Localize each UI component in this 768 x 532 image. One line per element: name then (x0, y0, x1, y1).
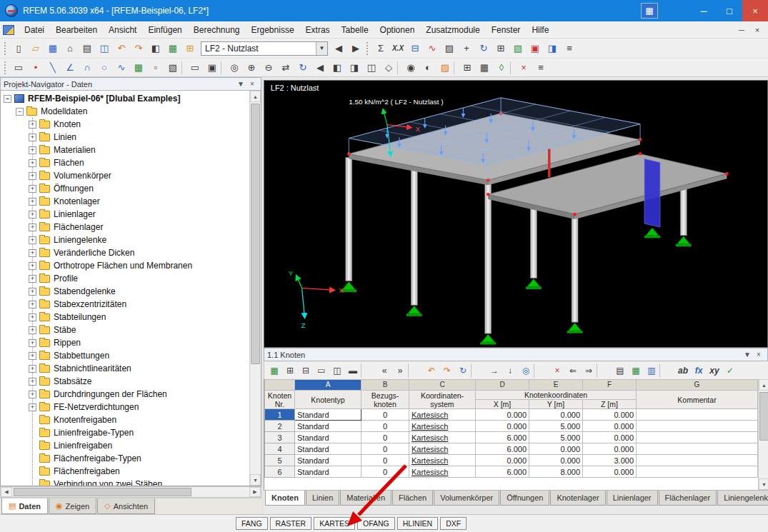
scroll-left-icon[interactable]: ◀ (1, 487, 12, 497)
separator[interactable] (659, 363, 675, 378)
toggle-hlinien[interactable]: HLINIEN (397, 517, 438, 530)
render-icon[interactable]: ▨ (437, 60, 454, 76)
expand-icon[interactable]: + (29, 275, 36, 283)
expand-icon[interactable]: + (29, 391, 36, 398)
koordinatensystem-cell[interactable]: Kartesisch (409, 432, 476, 443)
zoom-out-icon[interactable]: ⊖ (260, 60, 277, 76)
y-cell[interactable]: 0.000 (529, 409, 583, 421)
load-case-select[interactable]: LF2 - Nutzlast ▼ (201, 41, 328, 56)
calculation-icon[interactable]: ⊟ (407, 41, 424, 56)
row-number-cell[interactable]: 3 (265, 432, 295, 443)
formula-icon[interactable]: fx (691, 363, 707, 378)
kommentar-cell[interactable] (637, 455, 758, 466)
kommentar-cell[interactable] (637, 409, 758, 421)
copy-icon[interactable]: ◫ (96, 41, 113, 56)
knotentyp-cell[interactable]: Standard (295, 455, 361, 466)
toggle-raster[interactable]: RASTER (270, 517, 312, 530)
decimal-format-icon[interactable]: X.X (389, 41, 407, 56)
tree-item-modelldaten[interactable]: − Modelldaten (1, 105, 261, 118)
tree-item[interactable]: + Stabendgelenke (1, 285, 261, 298)
expand-icon[interactable]: + (29, 326, 36, 334)
undo-icon[interactable]: ↶ (424, 363, 439, 378)
generate-icon[interactable]: ▧ (509, 41, 527, 56)
expand-icon[interactable]: + (29, 121, 36, 129)
toggle-dxf[interactable]: DXF (440, 517, 467, 530)
menu-item[interactable]: Hilfe (526, 23, 554, 37)
select-special-icon[interactable]: ▣ (204, 60, 221, 76)
knotentyp-cell[interactable]: Standard (295, 409, 361, 421)
rotate-view-icon[interactable]: ↻ (294, 60, 311, 76)
expand-icon[interactable]: + (29, 198, 36, 206)
tree-item[interactable]: + Knotenfreigaben (1, 413, 261, 426)
row-number-cell[interactable]: 6 (265, 466, 295, 478)
separator[interactable] (181, 61, 186, 74)
expand-icon[interactable]: + (29, 249, 36, 257)
tab-ansichten[interactable]: ◇ Ansichten (97, 498, 155, 514)
close-button[interactable]: × (742, 0, 768, 21)
tree-item[interactable]: + Stäbe (1, 323, 261, 336)
select-icon[interactable]: ▭ (186, 60, 204, 76)
expand-icon[interactable]: + (29, 262, 36, 270)
expand-icon[interactable]: + (29, 185, 36, 193)
child-minimize-button[interactable]: ─ (734, 24, 749, 36)
scroll-thumb[interactable] (251, 104, 260, 364)
tree-item[interactable]: + Linienlager (1, 208, 261, 221)
tables-icon[interactable]: ▦ (164, 41, 181, 56)
kommentar-cell[interactable] (637, 432, 758, 443)
import-icon[interactable]: ⇐ (565, 363, 581, 378)
knotentyp-cell[interactable]: Standard (295, 432, 361, 443)
zoom-window-icon[interactable]: ◎ (226, 60, 243, 76)
tree-item[interactable]: + Linienfreigabe-Typen (1, 426, 261, 439)
menu-item[interactable]: Ansicht (103, 23, 142, 37)
data-navigator-icon[interactable]: ◧ (147, 41, 164, 56)
pin-icon[interactable]: ▼ (235, 79, 246, 89)
next-load-case-button[interactable]: ▶ (347, 41, 364, 56)
koordinatensystem-cell[interactable]: Kartesisch (409, 409, 476, 421)
bezugsknoten-cell[interactable]: 0 (361, 432, 409, 443)
toolbar-grip[interactable] (366, 42, 370, 55)
close-icon[interactable]: × (753, 349, 764, 360)
koordinatensystem-cell[interactable]: Kartesisch (409, 443, 476, 455)
expand-icon[interactable]: + (29, 352, 36, 360)
grid-icon[interactable]: ▦ (476, 60, 493, 76)
tree-item[interactable]: + Stabnichtlinearitäten (1, 362, 261, 375)
row-number-cell[interactable]: 4 (265, 443, 295, 455)
panel-toggle-icon[interactable]: ◨ (544, 41, 561, 56)
column-letter[interactable]: B (361, 380, 409, 391)
tree-item[interactable]: + Liniengelenke (1, 234, 261, 246)
table-tab-materialien[interactable]: Materialien (340, 491, 392, 506)
koordinatensystem-cell[interactable]: Kartesisch (409, 421, 476, 432)
tree-item[interactable]: + Flächen (1, 156, 261, 169)
copy-row-icon[interactable]: ◫ (329, 363, 345, 378)
toggle-ofang[interactable]: OFANG (357, 517, 395, 530)
table-row[interactable]: 2 Standard 0 Kartesisch 0.000 5.000 0.00… (265, 421, 758, 432)
y-cell[interactable]: 8.000 (529, 466, 583, 478)
excel-icon[interactable]: ▦ (628, 363, 644, 378)
z-cell[interactable]: 0.000 (583, 421, 637, 432)
separator[interactable] (597, 363, 612, 378)
toolbar-grip[interactable] (4, 61, 8, 74)
undo-icon[interactable]: ↶ (113, 41, 130, 56)
menu-item[interactable]: Bearbeiten (50, 23, 103, 37)
separator[interactable] (408, 363, 424, 378)
view-in-x-icon[interactable]: ◧ (329, 60, 346, 76)
filter-icon[interactable]: xy (707, 363, 722, 378)
surface-tool-icon[interactable]: ▦ (130, 60, 147, 76)
menu-item[interactable]: Optionen (374, 23, 421, 37)
maximize-button[interactable]: □ (717, 0, 742, 21)
table-tab-linien[interactable]: Linien (306, 491, 339, 506)
z-cell[interactable]: 0.000 (583, 466, 637, 478)
open-file-icon[interactable]: ▱ (27, 41, 44, 56)
y-cell[interactable]: 5.000 (529, 421, 583, 432)
move-model-icon[interactable]: + (458, 41, 475, 56)
view-in-y-icon[interactable]: ◨ (346, 60, 363, 76)
delete-icon[interactable]: × (515, 60, 532, 76)
expand-icon[interactable]: + (29, 378, 36, 386)
work-plane-icon[interactable]: ◊ (493, 60, 510, 76)
column-letter[interactable] (265, 380, 295, 391)
child-close-button[interactable]: × (749, 24, 765, 36)
ole-icon[interactable]: ▥ (644, 363, 659, 378)
table-row[interactable]: 3 Standard 0 Kartesisch 6.000 5.000 0.00… (265, 432, 758, 443)
knotentyp-cell[interactable]: Standard (295, 466, 361, 478)
tree-item[interactable]: + Materialien (1, 144, 261, 156)
